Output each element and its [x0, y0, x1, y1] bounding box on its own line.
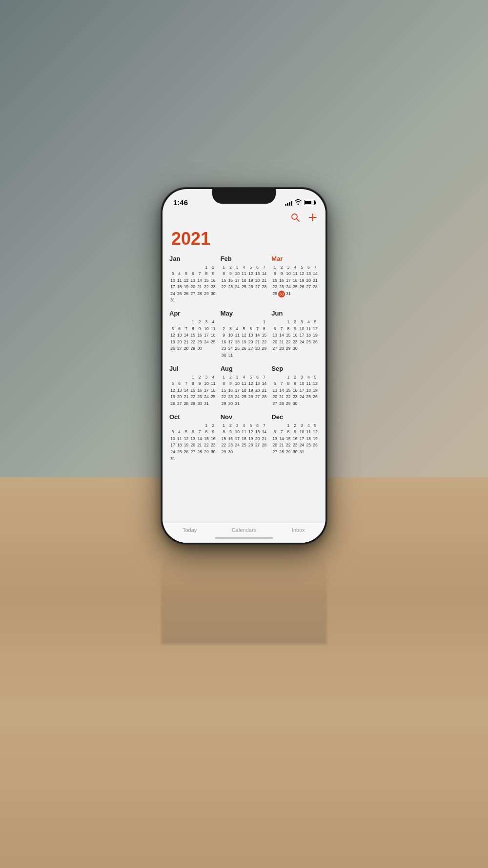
- cal-day[interactable]: 6: [271, 381, 278, 387]
- cal-day[interactable]: 8: [189, 326, 196, 333]
- cal-day[interactable]: 31: [234, 401, 241, 407]
- cal-day[interactable]: 10: [234, 381, 241, 387]
- cal-day[interactable]: 21: [183, 339, 190, 346]
- cal-day[interactable]: 11: [210, 381, 217, 387]
- cal-day[interactable]: 20: [189, 442, 196, 449]
- cal-day[interactable]: 14: [278, 332, 285, 339]
- cal-day[interactable]: 6: [176, 326, 183, 333]
- cal-day[interactable]: 14: [312, 271, 319, 277]
- cal-day[interactable]: 13: [271, 436, 278, 443]
- cal-day[interactable]: 26: [312, 394, 319, 401]
- cal-day[interactable]: 28: [261, 442, 268, 449]
- cal-day[interactable]: 4: [305, 319, 312, 326]
- cal-day[interactable]: 8: [285, 429, 292, 436]
- cal-day[interactable]: 19: [169, 394, 176, 401]
- cal-day[interactable]: 1: [285, 319, 292, 326]
- cal-day[interactable]: 18: [176, 442, 183, 449]
- cal-day[interactable]: 22: [189, 339, 196, 346]
- cal-day[interactable]: 9: [210, 429, 217, 436]
- cal-day[interactable]: 25: [305, 442, 312, 449]
- cal-day[interactable]: 22: [221, 442, 227, 449]
- cal-day[interactable]: 10: [203, 326, 210, 333]
- cal-day[interactable]: 7: [196, 429, 203, 436]
- cal-day[interactable]: 11: [241, 381, 247, 387]
- cal-day[interactable]: 20: [271, 394, 278, 401]
- cal-day[interactable]: 7: [278, 381, 285, 387]
- cal-day[interactable]: 4: [292, 264, 299, 271]
- cal-day[interactable]: 26: [247, 284, 254, 291]
- cal-day[interactable]: 25: [241, 442, 247, 449]
- cal-day[interactable]: 4: [305, 374, 312, 381]
- cal-day[interactable]: 11: [305, 429, 312, 436]
- cal-day[interactable]: 8: [285, 326, 292, 333]
- cal-day[interactable]: 2: [196, 374, 203, 381]
- cal-day[interactable]: 19: [183, 284, 190, 291]
- cal-day[interactable]: 7: [254, 326, 261, 333]
- cal-day[interactable]: 27: [305, 284, 312, 291]
- cal-day[interactable]: 13: [271, 332, 278, 339]
- cal-day[interactable]: 3: [299, 319, 305, 326]
- cal-day[interactable]: 14: [261, 271, 268, 277]
- cal-day[interactable]: 8: [221, 271, 227, 277]
- cal-day[interactable]: 27: [176, 345, 183, 352]
- cal-day[interactable]: 11: [234, 332, 241, 339]
- cal-day[interactable]: 25: [241, 394, 247, 401]
- cal-day[interactable]: 24: [234, 284, 241, 291]
- cal-day[interactable]: 13: [189, 277, 196, 284]
- cal-day[interactable]: 9: [292, 381, 299, 387]
- cal-day[interactable]: 12: [312, 429, 319, 436]
- cal-day[interactable]: 13: [305, 271, 312, 277]
- cal-day[interactable]: 9: [227, 381, 234, 387]
- cal-day[interactable]: 11: [241, 429, 247, 436]
- cal-day[interactable]: 15: [285, 387, 292, 394]
- cal-day[interactable]: 8: [271, 271, 278, 277]
- cal-day[interactable]: 26: [183, 291, 190, 297]
- cal-day[interactable]: 28: [196, 449, 203, 456]
- cal-day[interactable]: 8: [285, 381, 292, 387]
- cal-day[interactable]: 30: [278, 291, 285, 297]
- cal-day[interactable]: 2: [292, 319, 299, 326]
- cal-day[interactable]: 10: [299, 326, 305, 333]
- cal-day[interactable]: 25: [210, 394, 217, 401]
- cal-day[interactable]: 4: [176, 429, 183, 436]
- cal-day[interactable]: 28: [196, 291, 203, 297]
- cal-day[interactable]: 27: [189, 449, 196, 456]
- cal-day[interactable]: 18: [305, 332, 312, 339]
- cal-day[interactable]: 14: [278, 387, 285, 394]
- cal-day[interactable]: 14: [183, 387, 190, 394]
- cal-day[interactable]: 2: [227, 374, 234, 381]
- cal-day[interactable]: 31: [227, 352, 234, 359]
- cal-day[interactable]: 2: [227, 264, 234, 271]
- cal-day[interactable]: 25: [241, 284, 247, 291]
- cal-day[interactable]: 9: [227, 429, 234, 436]
- cal-day[interactable]: 29: [203, 449, 210, 456]
- cal-day[interactable]: 6: [247, 326, 254, 333]
- cal-day[interactable]: 21: [278, 339, 285, 346]
- cal-day[interactable]: 17: [234, 436, 241, 443]
- cal-day[interactable]: 6: [254, 374, 261, 381]
- cal-day[interactable]: 6: [254, 264, 261, 271]
- cal-day[interactable]: 30: [292, 345, 299, 352]
- cal-day[interactable]: 19: [169, 339, 176, 346]
- cal-day[interactable]: 24: [234, 394, 241, 401]
- cal-day[interactable]: 15: [189, 387, 196, 394]
- cal-day[interactable]: 15: [271, 277, 278, 284]
- cal-day[interactable]: 22: [221, 394, 227, 401]
- cal-day[interactable]: 17: [299, 387, 305, 394]
- cal-day[interactable]: 30: [196, 345, 203, 352]
- cal-day[interactable]: 20: [189, 284, 196, 291]
- cal-day[interactable]: 17: [203, 387, 210, 394]
- cal-day[interactable]: 7: [278, 326, 285, 333]
- cal-day[interactable]: 7: [312, 264, 319, 271]
- cal-day[interactable]: 4: [210, 374, 217, 381]
- cal-day[interactable]: 1: [285, 423, 292, 429]
- cal-day[interactable]: 11: [210, 326, 217, 333]
- cal-day[interactable]: 30: [196, 401, 203, 407]
- cal-day[interactable]: 15: [189, 332, 196, 339]
- cal-day[interactable]: 11: [176, 436, 183, 443]
- cal-day[interactable]: 16: [210, 277, 217, 284]
- cal-day[interactable]: 14: [261, 429, 268, 436]
- cal-day[interactable]: 5: [312, 374, 319, 381]
- cal-day[interactable]: 5: [183, 429, 190, 436]
- cal-day[interactable]: 14: [196, 436, 203, 443]
